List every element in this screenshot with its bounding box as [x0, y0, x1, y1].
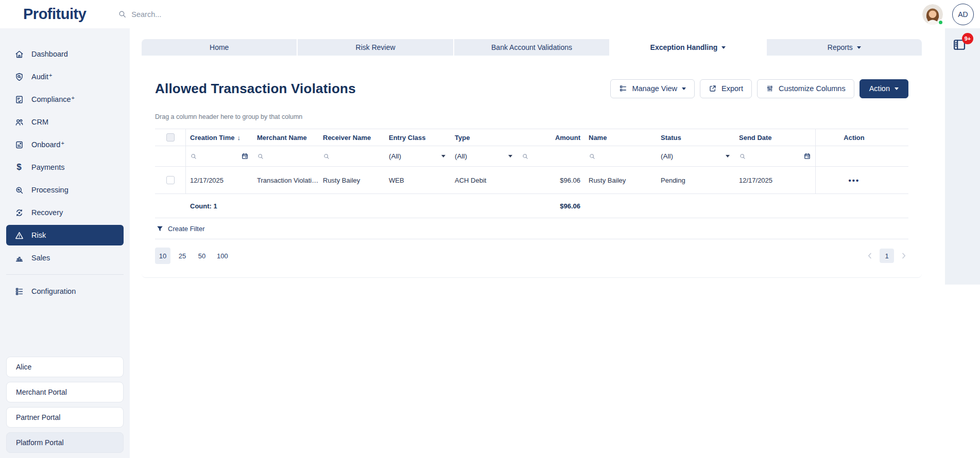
column-header-receiver-name[interactable]: Receiver Name [319, 134, 385, 142]
sidebar-nav: Dashboard Audit+ Compliance+ CRM Onboard… [0, 28, 130, 458]
column-header-name[interactable]: Name [584, 134, 657, 142]
sidebar-item-risk[interactable]: Risk [6, 225, 124, 245]
sidebar-item-audit[interactable]: Audit+ [6, 66, 124, 87]
search-icon [190, 153, 197, 160]
search-input[interactable] [131, 10, 317, 19]
column-header-entry-class[interactable]: Entry Class [385, 134, 451, 142]
summary-amount-total: $96.06 [518, 202, 584, 210]
column-header-amount[interactable]: Amount [518, 134, 584, 142]
filter-funnel-icon [156, 225, 164, 233]
page-size-50[interactable]: 50 [194, 248, 210, 264]
page-size-10[interactable]: 10 [155, 248, 170, 264]
portal-button-partner[interactable]: Partner Portal [6, 407, 124, 428]
sidebar-item-label: Audit+ [31, 73, 53, 81]
bar-chart-icon [14, 253, 24, 263]
page-size-25[interactable]: 25 [175, 248, 190, 264]
user-initials-badge[interactable]: AD [952, 4, 974, 25]
current-page-button[interactable]: 1 [880, 249, 894, 263]
sidebar-item-crm[interactable]: CRM [6, 112, 124, 132]
violations-grid: Creation Time↓ Merchant Name Receiver Na… [155, 129, 908, 218]
filter-merchant-name[interactable] [253, 153, 319, 160]
sidebar-item-sales[interactable]: Sales [6, 248, 124, 268]
portal-button-platform[interactable]: Platform Portal [6, 432, 124, 453]
calendar-icon[interactable] [241, 152, 249, 160]
sidebar-item-dashboard[interactable]: Dashboard [6, 44, 124, 64]
summary-count: Count: 1 [186, 202, 253, 210]
more-actions-icon[interactable]: ••• [849, 176, 860, 185]
column-header-type[interactable]: Type [451, 134, 518, 142]
next-page-icon[interactable] [899, 251, 908, 260]
column-header-merchant-name[interactable]: Merchant Name [253, 134, 319, 142]
manage-view-button[interactable]: Manage View [610, 79, 695, 98]
tab-risk-review[interactable]: Risk Review [298, 39, 453, 56]
sidebar-item-onboard[interactable]: Onboard+ [6, 134, 124, 155]
create-filter-button[interactable]: Create Filter [155, 218, 908, 239]
chevron-down-icon [721, 46, 726, 49]
title-toolbar-row: Allowed Transaction Violations Manage Vi… [155, 56, 908, 99]
page-size-100[interactable]: 100 [214, 248, 231, 264]
sidebar-item-label: Onboard+ [31, 140, 64, 149]
calendar-icon[interactable] [803, 152, 811, 160]
column-header-creation-time[interactable]: Creation Time↓ [186, 134, 253, 142]
filter-empty-cell [155, 146, 186, 166]
export-button[interactable]: Export [700, 79, 752, 98]
tab-exception-handling[interactable]: Exception Handling [610, 39, 765, 56]
chevron-down-icon [508, 155, 512, 157]
table-row[interactable]: 12/17/2025 Transaction Violati… Rusty Ba… [155, 167, 908, 194]
filter-send-date[interactable] [735, 152, 815, 160]
sidebar-item-label: Risk [31, 231, 46, 239]
app-root: Profituity AD Dashb [0, 0, 980, 458]
cell-receiver-name: Rusty Bailey [319, 177, 385, 184]
filter-amount[interactable] [518, 153, 584, 160]
document-check-icon [14, 94, 24, 104]
user-avatar[interactable] [922, 4, 943, 25]
page-title: Allowed Transaction Violations [155, 81, 356, 97]
sidebar-item-label: Sales [31, 254, 50, 262]
cell-creation-time: 12/17/2025 [186, 177, 253, 184]
previous-page-icon[interactable] [865, 251, 874, 260]
notification-count-badge: 9+ [962, 33, 973, 44]
cell-type: ACH Debit [451, 177, 518, 184]
tab-home[interactable]: Home [142, 39, 297, 56]
column-header-send-date[interactable]: Send Date [735, 134, 815, 142]
grid-header-row: Creation Time↓ Merchant Name Receiver Na… [155, 129, 908, 146]
filter-receiver-name[interactable] [319, 153, 385, 160]
global-search[interactable] [118, 10, 334, 19]
tab-reports[interactable]: Reports [767, 39, 922, 56]
action-button[interactable]: Action [859, 79, 908, 98]
sidebar-item-label: CRM [31, 118, 48, 126]
filter-status-dropdown[interactable]: (All) [657, 152, 735, 160]
filter-name[interactable] [584, 153, 657, 160]
row-checkbox[interactable] [166, 176, 175, 184]
sidebar-item-recovery[interactable]: Recovery [6, 202, 124, 223]
sidebar-item-configuration[interactable]: Configuration [6, 281, 124, 302]
cell-entry-class: WEB [385, 177, 451, 184]
portal-button-alice[interactable]: Alice [6, 357, 124, 377]
chevron-down-icon [441, 155, 445, 157]
home-icon [14, 49, 24, 59]
sidebar-item-payments[interactable]: $ Payments [6, 157, 124, 178]
export-icon [709, 84, 717, 93]
manage-view-icon [619, 84, 627, 93]
sidebar-item-processing[interactable]: Processing [6, 180, 124, 200]
sidebar-item-label: Dashboard [31, 50, 68, 58]
notifications-panel-icon[interactable]: 9+ [952, 38, 968, 53]
search-icon [589, 153, 596, 160]
customize-columns-button[interactable]: Customize Columns [757, 79, 854, 98]
filter-creation-time[interactable] [186, 152, 253, 160]
toolbar: Manage View Export Customize Columns [610, 79, 908, 98]
online-status-dot [938, 20, 943, 25]
filter-type-dropdown[interactable]: (All) [451, 152, 518, 160]
sidebar-item-compliance[interactable]: Compliance+ [6, 89, 124, 110]
sidebar-divider [6, 274, 124, 275]
body-split: Dashboard Audit+ Compliance+ CRM Onboard… [0, 28, 980, 458]
filter-entry-class-dropdown[interactable]: (All) [385, 152, 451, 160]
id-card-icon [14, 139, 24, 150]
tab-bank-account-validations[interactable]: Bank Account Validations [454, 39, 609, 56]
select-all-checkbox[interactable] [166, 133, 175, 142]
column-header-status[interactable]: Status [657, 134, 735, 142]
dollar-icon: $ [14, 162, 24, 172]
search-icon [257, 153, 264, 160]
portal-button-merchant[interactable]: Merchant Portal [6, 382, 124, 402]
top-header: Profituity AD [0, 0, 980, 28]
